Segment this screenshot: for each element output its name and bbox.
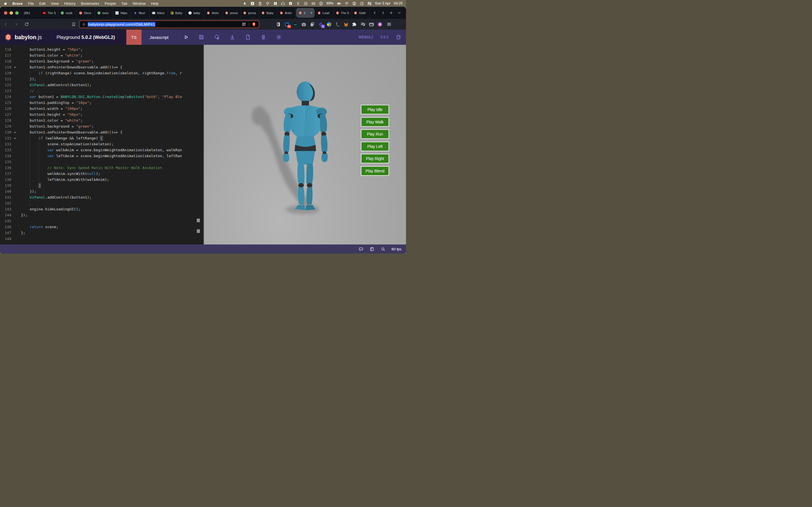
browser-tab[interactable]: Gbaby	[186, 7, 204, 19]
menu-window[interactable]: Window	[133, 1, 146, 6]
brave-shield-icon[interactable]	[252, 22, 256, 27]
browser-tab[interactable]: Mhttps	[113, 7, 132, 19]
code-editor[interactable]: 116 button1.height = "50px";117 button1.…	[0, 45, 203, 244]
gradient-sphere-icon[interactable]	[377, 22, 383, 27]
menu-help[interactable]: Help	[151, 1, 159, 6]
babylonjs-logo-icon[interactable]	[4, 33, 12, 41]
menu-bookmarks[interactable]: Bookmarks	[81, 1, 99, 6]
browser-tab[interactable]: prova	[241, 7, 259, 19]
dragon-icon[interactable]	[243, 1, 247, 6]
search-icon[interactable]	[380, 247, 386, 251]
menu-people[interactable]: People	[105, 1, 116, 6]
copy-icon[interactable]	[310, 22, 315, 27]
url-field[interactable]: babylonjs-playground.com/#DMLMIP#1	[79, 20, 259, 28]
sidebar-phone-icon[interactable]	[276, 22, 281, 27]
tab-typescript[interactable]: TS	[126, 30, 142, 45]
wifi-icon[interactable]	[345, 1, 349, 6]
inspector-icon[interactable]	[214, 34, 220, 40]
chevron-left-icon[interactable]	[373, 11, 377, 15]
button-play-idle[interactable]: Play Idle	[361, 105, 389, 114]
browser-tab[interactable]: prova	[223, 7, 241, 19]
metamask-fox-icon[interactable]	[343, 22, 349, 27]
puzzle-icon[interactable]	[352, 22, 357, 27]
delete-icon[interactable]	[260, 34, 266, 40]
menu-file[interactable]: File	[28, 1, 34, 6]
forward-icon[interactable]	[14, 22, 18, 27]
tab-close-button[interactable]: ×	[310, 11, 312, 15]
browser-tab[interactable]: Baby	[259, 7, 277, 19]
umbrella-icon[interactable]	[266, 1, 270, 6]
wallet-icon[interactable]	[369, 22, 374, 27]
browser-tab[interactable]: Inbox	[150, 7, 168, 19]
examples-icon[interactable]	[396, 34, 402, 40]
menubar-status-text[interactable]: Sun 3 Apr	[375, 1, 391, 5]
browser-tab[interactable]: The S	[40, 7, 59, 19]
a-app-icon[interactable]	[250, 1, 255, 6]
button-play-walk[interactable]: Play Walk	[361, 117, 389, 127]
button-play-left[interactable]: Play Left	[361, 142, 389, 151]
diamond-icon[interactable]: 9	[318, 22, 323, 27]
play-circle-icon[interactable]	[304, 1, 308, 6]
chevron-down-icon[interactable]	[397, 11, 402, 15]
button-play-run[interactable]: Play Run	[361, 129, 389, 139]
render-canvas[interactable]: Play IdlePlay WalkPlay RunPlay LeftPlay …	[204, 45, 406, 244]
browser-tab[interactable]: Baby	[168, 7, 186, 19]
button-play-blend[interactable]: Play Blend	[361, 166, 389, 176]
menu-history[interactable]: History	[64, 1, 75, 6]
menubar-status-text[interactable]: 89%	[326, 1, 334, 5]
browser-tab[interactable]: Load	[315, 7, 334, 19]
back-icon[interactable]	[3, 22, 8, 27]
qr-code-icon[interactable]	[242, 22, 246, 26]
linkedin-icon[interactable]: in41	[284, 22, 290, 27]
new-file-icon[interactable]	[245, 34, 251, 40]
crossed-lines-icon[interactable]	[296, 1, 300, 6]
toggles-icon[interactable]	[367, 1, 371, 6]
phone-curve-icon[interactable]	[335, 22, 340, 27]
play-icon[interactable]	[183, 34, 189, 40]
keys-icon[interactable]	[311, 1, 315, 6]
clipboard-icon[interactable]	[258, 1, 262, 6]
menu-brave[interactable]: Brave	[12, 1, 22, 6]
accessibility-icon[interactable]	[319, 1, 323, 6]
browser-tab[interactable]: Anim	[277, 7, 296, 19]
tab-javascript[interactable]: Javascript	[142, 30, 176, 45]
camera-icon[interactable]	[301, 22, 306, 27]
book-icon[interactable]	[370, 247, 374, 251]
browser-tab[interactable]: (851	[22, 7, 40, 19]
save-icon[interactable]	[198, 34, 204, 40]
browser-tab[interactable]: 3×	[296, 8, 315, 18]
button-play-right[interactable]: Play Right	[361, 154, 389, 163]
settings-icon[interactable]	[276, 34, 282, 40]
chevron-right-icon[interactable]	[381, 11, 385, 15]
user-circle-icon[interactable]	[352, 1, 356, 6]
menubar-status-text[interactable]: 04:25	[394, 1, 403, 5]
color-wheel-icon[interactable]	[326, 22, 332, 27]
battery-icon[interactable]	[337, 1, 341, 6]
a-box-icon[interactable]	[289, 1, 293, 6]
browser-tab[interactable]: The S	[334, 7, 352, 19]
apple-icon[interactable]	[3, 1, 8, 6]
fold-arrow-icon[interactable]	[13, 66, 17, 69]
menu-edit[interactable]: Edit	[39, 1, 45, 6]
headphones-icon[interactable]	[281, 1, 285, 6]
minimize-window-button[interactable]	[10, 11, 13, 15]
browser-tab[interactable]: Dece	[77, 7, 95, 19]
fold-arrow-icon[interactable]	[13, 136, 17, 140]
wave-icon[interactable]	[293, 22, 298, 27]
bookmark-icon[interactable]	[71, 22, 76, 27]
menu-view[interactable]: View	[51, 1, 59, 6]
browser-tab[interactable]: Anim	[204, 7, 223, 19]
fold-arrow-icon[interactable]	[13, 131, 17, 134]
plus-icon[interactable]	[389, 11, 393, 15]
tiles-icon[interactable]	[273, 1, 277, 6]
menu-tab[interactable]: Tab	[121, 1, 127, 6]
reload-icon[interactable]	[24, 22, 29, 27]
browser-tab[interactable]: sceb	[58, 7, 77, 19]
playlist-icon[interactable]	[360, 22, 366, 27]
download-icon[interactable]	[229, 34, 236, 40]
chat-icon[interactable]	[359, 247, 363, 251]
browser-tab[interactable]: luviu	[95, 7, 113, 19]
browser-tab[interactable]: Illuvi	[132, 7, 150, 19]
clock-icon[interactable]	[360, 1, 364, 6]
hamburger-menu-icon[interactable]	[387, 22, 392, 27]
